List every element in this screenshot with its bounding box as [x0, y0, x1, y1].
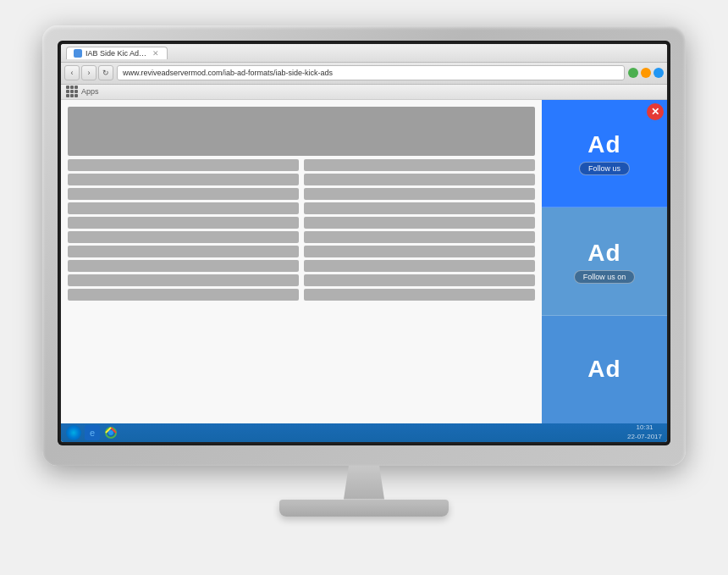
content-row — [68, 246, 299, 257]
content-row — [304, 188, 535, 200]
notification-icon — [641, 68, 651, 78]
content-row — [304, 217, 535, 229]
close-ad-button[interactable]: ✕ — [647, 103, 664, 120]
content-row — [304, 231, 535, 243]
content-row — [68, 174, 299, 185]
taskbar: e 10:31 22-07-2017 — [61, 423, 667, 442]
system-tray: 10:31 22-07-2017 — [627, 423, 662, 441]
content-row — [68, 231, 299, 243]
browser-tab[interactable]: IAB Side Kic Ads Plug... ✕ — [66, 47, 168, 59]
content-row — [68, 217, 299, 229]
content-row — [68, 274, 299, 286]
content-row — [304, 260, 535, 272]
clock-date: 22-07-2017 — [627, 433, 662, 441]
content-row — [304, 274, 535, 286]
browser-icons — [628, 68, 664, 78]
bookmarks-bar: Apps — [61, 85, 667, 100]
ad-unit-2[interactable]: Ad Follow us on — [542, 207, 667, 316]
side-ads-panel: ✕ Ad Follow us Ad Follow us on — [542, 100, 667, 423]
refresh-button[interactable]: ↻ — [98, 65, 113, 80]
monitor-base — [279, 500, 449, 517]
ad1-text: Ad — [587, 131, 620, 158]
content-row — [304, 174, 535, 185]
follow-us-button-2[interactable]: Follow us on — [574, 270, 636, 284]
address-bar[interactable]: www.reviveadservermod.com/iab-ad-formats… — [117, 65, 625, 80]
content-row — [304, 202, 535, 214]
tab-label: IAB Side Kic Ads Plug... — [85, 49, 148, 58]
security-icon — [628, 68, 638, 78]
browser-titlebar: IAB Side Kic Ads Plug... ✕ — [61, 44, 667, 63]
tab-favicon — [74, 49, 82, 58]
content-row — [304, 289, 535, 301]
ie-icon[interactable]: e — [85, 425, 100, 440]
content-grid — [68, 159, 535, 417]
content-row — [68, 202, 299, 214]
close-icon: ✕ — [651, 106, 659, 118]
address-text: www.reviveadservermod.com/iab-ad-formats… — [123, 69, 333, 77]
follow-us-button-1[interactable]: Follow us — [579, 162, 630, 175]
browser: IAB Side Kic Ads Plug... ✕ ‹ › ↻ www.rev… — [61, 44, 667, 442]
apps-label: Apps — [81, 87, 99, 96]
ad3-text: Ad — [587, 356, 620, 383]
tab-close-icon[interactable]: ✕ — [152, 49, 160, 58]
content-row — [304, 246, 535, 257]
monitor-body: IAB Side Kic Ads Plug... ✕ ‹ › ↻ www.rev… — [42, 25, 686, 466]
page-content — [61, 100, 542, 423]
back-button[interactable]: ‹ — [64, 65, 80, 80]
ad2-text: Ad — [587, 240, 620, 267]
monitor-wrapper: iab Portrait for Single Banner Ads IAB S… — [34, 25, 694, 550]
content-col-left — [68, 159, 299, 417]
content-col-right — [304, 159, 535, 417]
content-row — [304, 159, 535, 171]
forward-button[interactable]: › — [81, 65, 97, 80]
content-row — [68, 159, 299, 171]
ad-unit-3[interactable]: Ad — [542, 316, 667, 423]
monitor-neck — [339, 466, 389, 500]
nav-buttons: ‹ › ↻ — [64, 65, 113, 80]
apps-grid-icon — [66, 86, 78, 97]
system-clock: 10:31 22-07-2017 — [627, 423, 662, 441]
browser-content: ✕ Ad Follow us Ad Follow us on — [61, 100, 667, 423]
monitor-bezel: IAB Side Kic Ads Plug... ✕ ‹ › ↻ www.rev… — [58, 41, 670, 445]
start-button[interactable] — [66, 425, 81, 440]
browser-toolbar: ‹ › ↻ www.reviveadservermod.com/iab-ad-f… — [61, 63, 667, 85]
content-row — [68, 188, 299, 200]
menu-icon — [654, 68, 664, 78]
svg-point-1 — [108, 430, 113, 435]
clock-time: 10:31 — [627, 423, 662, 432]
chrome-icon[interactable] — [103, 425, 119, 440]
content-row — [68, 289, 299, 301]
top-banner — [68, 107, 535, 156]
content-row — [68, 260, 299, 272]
